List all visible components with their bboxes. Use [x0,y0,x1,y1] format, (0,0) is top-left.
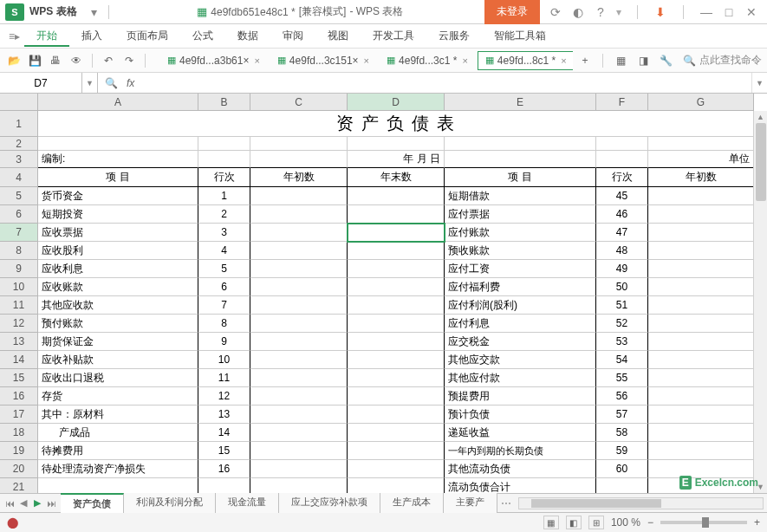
wrench-icon[interactable]: 🔧 [657,52,674,69]
col-header-E[interactable]: E [445,94,596,111]
cell-G3[interactable]: 单位 [648,151,754,168]
cell-E6[interactable]: 应付票据 [445,205,596,224]
print-icon[interactable]: 🖶 [47,52,64,69]
cell-B16[interactable]: 12 [198,387,250,405]
cell-D21[interactable] [348,478,445,493]
row-header-4[interactable]: 4 [0,168,38,187]
cell-G17[interactable] [648,405,754,424]
cell-F11[interactable]: 51 [596,296,648,315]
file-tab-1[interactable]: ▦4e9fd...3c151×× [270,51,377,70]
menu-item-5[interactable]: 审阅 [270,25,315,47]
row-header-14[interactable]: 14 [0,351,38,369]
row-header-6[interactable]: 6 [0,205,38,224]
row-header-5[interactable]: 5 [0,187,38,205]
cell-D19[interactable] [348,442,445,460]
cell-G18[interactable] [648,424,754,442]
cell-C7[interactable] [250,224,348,242]
cell-C21[interactable] [250,478,348,493]
cell-C14[interactable] [250,351,348,369]
cell-E9[interactable]: 应付工资 [445,260,596,278]
sheet-tab-3[interactable]: 应上交应弥补款项 [279,493,380,513]
cell-C6[interactable] [250,205,348,224]
sheet-tab-4[interactable]: 生产成本 [380,493,444,513]
cell-D2[interactable] [348,137,445,151]
cell-G4[interactable]: 年初数 [648,168,754,187]
cell-B6[interactable]: 2 [198,205,250,224]
cell-G13[interactable] [648,333,754,351]
cell-E4[interactable]: 项 目 [445,168,596,187]
cell-E7[interactable]: 应付账款 [445,224,596,242]
cell-A3[interactable]: 编制: [38,151,198,168]
formula-expand-icon[interactable]: ▼ [751,73,767,93]
zoom-in-button[interactable]: + [754,516,760,529]
cell-G14[interactable] [648,351,754,369]
file-tab-3[interactable]: ▦4e9fd...8c1 *× [478,51,573,70]
cell-C13[interactable] [250,333,348,351]
cell-D14[interactable] [348,351,445,369]
cell-D15[interactable] [348,369,445,387]
cell-B13[interactable]: 9 [198,333,250,351]
cell-A7[interactable]: 应收票据 [38,224,198,242]
cell-E8[interactable]: 预收账款 [445,242,596,260]
cell-D5[interactable] [348,187,445,205]
maximize-button[interactable]: □ [722,5,736,19]
cell-F14[interactable]: 54 [596,351,648,369]
cell-D9[interactable] [348,260,445,278]
view-page-button[interactable]: ◧ [566,516,582,529]
horizontal-scrollbar[interactable] [518,497,764,509]
cell-G11[interactable] [648,296,754,315]
cell-C8[interactable] [250,242,348,260]
cell-D7[interactable] [348,224,445,242]
col-header-D[interactable]: D [348,94,445,111]
cell-A5[interactable]: 货币资金 [38,187,198,205]
cell-D3[interactable]: 年 月 日 [348,151,445,168]
row-header-18[interactable]: 18 [0,424,38,442]
sheet-tab-2[interactable]: 现金流量 [216,493,279,513]
next-sheet-button[interactable]: ▶ [31,497,43,509]
file-tab-2[interactable]: ▦4e9fd...3c1 *× [379,51,476,70]
col-header-A[interactable]: A [38,94,198,111]
sheet-tab-5[interactable]: 主要产 [444,493,497,513]
row-header-15[interactable]: 15 [0,369,38,387]
menu-item-6[interactable]: 视图 [315,25,361,47]
close-button[interactable]: ✕ [744,5,758,19]
cell-G19[interactable] [648,442,754,460]
minimize-button[interactable]: — [699,5,713,19]
menu-item-3[interactable]: 公式 [180,25,225,47]
cell-F13[interactable]: 53 [596,333,648,351]
spreadsheet-area[interactable]: ABCDEFG1资 产 负 债 表23编制:年 月 日单位4项 目行次年初数年末… [0,94,767,493]
download-icon[interactable]: ⬇ [653,5,667,19]
close-icon[interactable]: × [254,55,259,66]
cell-B5[interactable]: 1 [198,187,250,205]
cell-G5[interactable] [648,187,754,205]
cell-ref-dropdown[interactable]: ▼ [82,73,98,93]
row-header-12[interactable]: 12 [0,315,38,333]
cell-E13[interactable]: 应交税金 [445,333,596,351]
cell-E11[interactable]: 应付利润(股利) [445,296,596,315]
cell-C17[interactable] [250,405,348,424]
cell-G2[interactable] [648,137,754,151]
record-icon[interactable]: ⬤ [7,516,18,529]
cell-B20[interactable]: 16 [198,460,250,478]
command-search[interactable]: 🔍 点此查找命令 [683,53,762,68]
login-button[interactable]: 未登录 [484,0,540,24]
cell-B3[interactable] [198,151,250,168]
last-sheet-button[interactable]: ⏭ [45,497,57,509]
row-header-13[interactable]: 13 [0,333,38,351]
view-split-button[interactable]: ⊞ [588,516,604,529]
sync-icon[interactable]: ⟳ [549,5,562,19]
cell-F6[interactable]: 46 [596,205,648,224]
cell-F9[interactable]: 49 [596,260,648,278]
grid-icon[interactable]: ▦ [612,52,629,69]
cell-F21[interactable] [596,478,648,493]
cell-E10[interactable]: 应付福利费 [445,278,596,296]
menu-item-4[interactable]: 数据 [225,25,270,47]
skin-icon[interactable]: ◐ [571,5,585,19]
cell-G12[interactable] [648,315,754,333]
file-tab-0[interactable]: ▦4e9fd...a3b61×× [159,51,268,70]
cell-B9[interactable]: 5 [198,260,250,278]
row-header-9[interactable]: 9 [0,260,38,278]
cell-G7[interactable] [648,224,754,242]
close-icon[interactable]: × [561,55,566,66]
close-icon[interactable]: × [462,55,467,66]
